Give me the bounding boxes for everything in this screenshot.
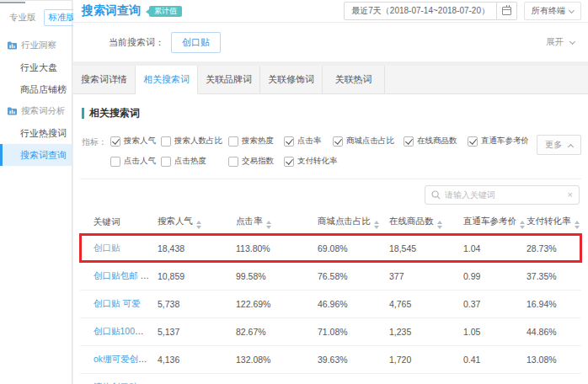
sidebar-item-行业大盘[interactable]: 行业大盘 [0,56,72,78]
metric-checkbox-直通车参考价[interactable]: 直通车参考价 [468,136,529,147]
sort-up-icon [575,221,580,224]
value-cell: 0.37 [457,290,520,317]
folder-icon [8,107,17,115]
sidebar-section-label: 搜索词分析 [21,105,66,117]
table-row: 创口贴100片包邮5,13782.67%71.08%1,2351.0544.86… [80,317,581,345]
metric-label: 搜索人数占比 [174,136,222,147]
sidebar-item-行业热搜词[interactable]: 行业热搜词 [0,122,72,144]
keyword-search-box: × [425,185,580,205]
value-cell: 44.86% [520,317,581,345]
metric-checkbox-商城点击占比[interactable]: 商城点击占比 [333,136,404,147]
metric-checkbox-点击率[interactable]: 点击率 [284,136,333,147]
metric-label: 支付转化率 [297,156,338,167]
value-cell: 122.69% [229,290,311,317]
expand-toggle[interactable]: 展开 [546,36,575,48]
column-header-label: 关键词 [94,216,120,227]
sort-icon[interactable] [575,221,580,229]
value-cell: 5,137 [151,317,229,345]
keyword-cell: 创口贴包邮 防水透气 ... [80,262,151,290]
tab-关联修饰词[interactable]: 关联修饰词 [260,66,323,93]
metric-checkbox-支付转化率[interactable]: 支付转化率 [284,156,333,167]
value-cell: 46.96% [311,290,382,317]
keyword-search-input[interactable] [445,190,568,200]
keyword-search-row: × [78,179,583,210]
keyword-cell: 创口贴 [80,234,151,262]
date-range-picker[interactable]: 最近7天（2018-07-14~2018-07-20） [344,2,497,20]
metric-checkbox-点击人气[interactable]: 点击人气 [110,156,161,167]
value-cell: 132.08% [229,345,311,373]
value-cell: 1,235 [382,317,457,345]
checkbox-checked-icon [468,136,478,147]
clear-icon[interactable]: × [568,190,573,200]
tab-搜索词详情[interactable]: 搜索词详情 [73,66,136,93]
column-header-搜索人气[interactable]: 搜索人气 [151,211,229,234]
keyword-link[interactable]: 创口贴100片包邮 [94,326,151,336]
related-keywords-table: 关键词搜索人气点击率商城点击占比在线商品数直通车参考价支付转化率 创口贴18,4… [80,211,581,384]
sidebar-item-搜索词查询[interactable]: 搜索词查询 [0,144,72,166]
current-keyword-chip[interactable]: 创口贴 [171,32,221,53]
column-header-点击率[interactable]: 点击率 [229,211,311,234]
sort-down-icon [520,226,525,229]
checkbox-icon [228,157,238,167]
column-header-商城点击占比[interactable]: 商城点击占比 [311,211,382,234]
metric-label: 在线商品数 [417,136,457,147]
metric-filter-grid: 搜索人气搜索人数占比搜索热度点击率商城点击占比在线商品数直通车参考价点击人气点击… [110,136,529,167]
value-cell: 0.41 [457,345,520,373]
version-tab-专业版[interactable]: 专业版 [7,10,39,25]
metric-label: 交易指数 [242,156,274,167]
metric-checkbox-搜索热度[interactable]: 搜索热度 [228,136,284,147]
metric-checkbox-点击热度[interactable]: 点击热度 [161,156,228,167]
more-metrics-button[interactable]: 更多 [537,135,581,155]
metric-checkbox-在线商品数[interactable]: 在线商品数 [404,136,468,147]
column-header-label: 支付转化率 [527,216,571,226]
column-header-支付转化率[interactable]: 支付转化率 [520,211,581,234]
column-header-直通车参考价[interactable]: 直通车参考价 [457,211,520,234]
sort-down-icon [374,226,379,229]
column-header-关键词: 关键词 [80,211,151,234]
keyword-link[interactable]: ok绷可爱创口贴 [94,354,151,364]
terminal-dropdown[interactable]: 所有终端 [524,2,581,20]
sort-icon[interactable] [266,221,271,229]
value-cell: 18,545 [382,234,457,262]
tab-关联品牌词[interactable]: 关联品牌词 [198,66,260,93]
checkbox-icon [228,136,238,147]
terminal-label: 所有终端 [532,5,565,17]
sort-icon[interactable] [196,221,201,229]
section-accent-bar [82,108,84,119]
cumulative-badge: 累计值 [149,6,182,17]
page-title: 搜索词查询 [82,3,141,19]
checkbox-checked-icon [284,136,294,147]
sort-icon[interactable] [520,221,525,229]
sort-up-icon [196,221,201,224]
sort-icon[interactable] [437,221,442,229]
expand-label: 展开 [546,36,564,46]
value-cell: 82.67% [229,317,311,345]
metric-checkbox-搜索人数占比[interactable]: 搜索人数占比 [161,136,228,147]
topbar: 搜索词查询 累计值 最近7天（2018-07-14~2018-07-20） 所有… [73,0,588,23]
keyword-cell: 液体创口贴 [80,373,151,384]
checkbox-checked-icon [110,136,120,147]
metric-label: 点击人气 [124,156,156,167]
metric-checkbox-搜索人气[interactable]: 搜索人气 [110,136,161,147]
sort-icon[interactable] [374,221,379,229]
value-cell: 39.63% [311,345,382,373]
sidebar-section-行业洞察[interactable]: 行业洞察 [0,35,72,56]
checkbox-checked-icon [404,136,414,147]
value-cell: 0.99 [457,262,520,290]
keyword-link[interactable]: 创口贴 [94,243,120,253]
calendar-button[interactable] [497,2,517,20]
keyword-link[interactable]: 创口贴包邮 防水透气 ... [94,270,151,280]
metric-checkbox-交易指数[interactable]: 交易指数 [228,156,284,167]
calendar-icon [502,7,511,15]
keyword-link[interactable]: 创口贴 可爱 [94,298,140,308]
sidebar-section-label: 行业洞察 [21,40,56,51]
column-header-在线商品数[interactable]: 在线商品数 [382,211,457,234]
sidebar-section-搜索词分析[interactable]: 搜索词分析 [0,100,72,122]
value-cell: 377 [382,262,457,290]
tab-相关搜索词[interactable]: 相关搜索词 [136,66,198,94]
sidebar-item-商品店铺榜[interactable]: 商品店铺榜 [0,78,72,100]
keyword-link[interactable]: 液体创口贴 [94,381,138,384]
tab-关联热词[interactable]: 关联热词 [323,66,385,93]
value-cell: 71.08% [311,317,382,345]
current-keyword-bar: 当前搜索词： 创口贴 展开 [73,23,588,61]
